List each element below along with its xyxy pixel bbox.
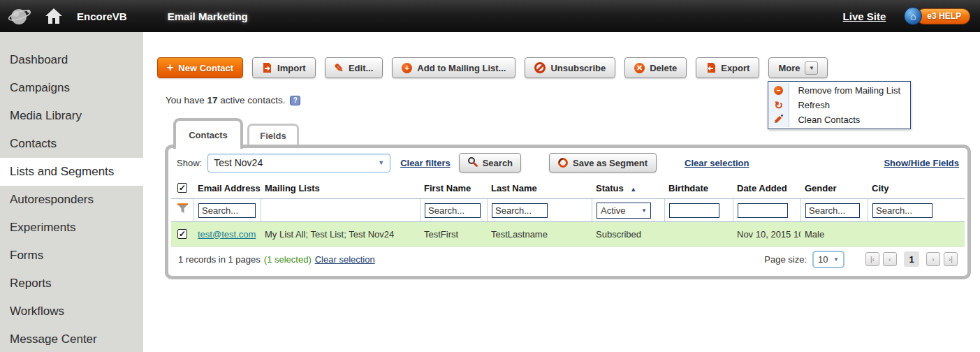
status-filter-dropdown[interactable]: Active ▼ [597, 203, 651, 219]
cell-last-name: TestLastname [487, 229, 592, 240]
summary-text-after: active contacts. [218, 95, 286, 105]
edit-button[interactable]: ✎ Edit... [325, 57, 383, 78]
unsubscribe-button[interactable]: Unsubscribe [525, 57, 615, 78]
show-hide-fields-link[interactable]: Show/Hide Fields [884, 158, 959, 168]
last-page-button[interactable]: ›| [944, 252, 958, 266]
show-list-value: Test Nov24 [214, 157, 263, 168]
column-header-city[interactable]: City [868, 183, 965, 193]
save-as-segment-label: Save as Segment [573, 158, 648, 168]
filter-funnel-cell[interactable] [171, 199, 193, 221]
help-tooltip-icon[interactable]: ? [290, 96, 300, 105]
import-icon [262, 62, 272, 73]
clear-selection-link[interactable]: Clear selection [685, 158, 749, 168]
contact-table-row[interactable]: ✓ test@test.com My List All; Test List; … [171, 222, 965, 247]
row-checkbox[interactable]: ✓ [177, 229, 187, 239]
first-name-filter-input[interactable] [425, 203, 481, 218]
ban-icon [534, 62, 546, 73]
sidebar-item-experiments[interactable]: Experiments [0, 214, 143, 242]
gender-filter-input[interactable] [805, 203, 860, 218]
column-header-mailing-lists[interactable]: Mailing Lists [261, 183, 420, 193]
cell-mailing-lists: My List All; Test List; Test Nov24 [261, 229, 420, 240]
cell-gender: Male [800, 229, 868, 240]
pager-clear-selection-link[interactable]: Clear selection [315, 254, 375, 265]
email-filter-input[interactable] [198, 203, 256, 218]
import-button[interactable]: Import [252, 57, 315, 78]
new-contact-label: New Contact [178, 63, 233, 73]
search-label: Search [483, 158, 513, 168]
sidebar-item-contacts[interactable]: Contacts [0, 130, 143, 158]
save-as-segment-button[interactable]: Save as Segment [549, 153, 657, 173]
sidebar-item-reports[interactable]: Reports [0, 270, 143, 298]
birthdate-filter-input[interactable] [669, 203, 719, 218]
column-header-birthdate[interactable]: Birthdate [664, 183, 733, 193]
pencil-icon: ✎ [335, 61, 344, 75]
active-contacts-count: 17 [207, 95, 218, 105]
page-size-dropdown[interactable]: 10 ▼ [812, 251, 844, 268]
date-added-filter-input[interactable] [738, 203, 788, 218]
chevron-down-icon: ▼ [809, 65, 814, 71]
select-all-checkbox[interactable]: ✓ [177, 183, 187, 193]
more-dropdown-arrow[interactable]: ▼ [805, 61, 818, 75]
more-button[interactable]: More ▼ − Remove from Mailing List ↻ [768, 57, 828, 78]
delete-button[interactable]: ✕ Delete [624, 57, 687, 78]
help-badge[interactable]: ⌂ e3 HELP [904, 7, 970, 25]
menu-item-refresh[interactable]: ↻ Refresh [768, 98, 910, 112]
sidebar-item-autoresponders[interactable]: Autoresponders [0, 186, 143, 214]
clear-filters-link[interactable]: Clear filters [400, 158, 451, 168]
show-list-dropdown[interactable]: Test Nov24 ▼ [207, 154, 390, 173]
topbar-right: Live Site ⌂ e3 HELP [843, 7, 970, 25]
first-page-button[interactable]: |‹ [865, 252, 879, 266]
delete-label: Delete [650, 63, 677, 73]
column-header-last-name[interactable]: Last Name [487, 183, 592, 193]
sidebar-item-lists-and-segments[interactable]: Lists and Segments [0, 158, 143, 186]
plus-icon: + [167, 61, 173, 74]
add-to-mailing-list-button[interactable]: + Add to Mailing List... [392, 57, 515, 78]
cell-first-name: TestFirst [420, 229, 487, 240]
column-header-gender[interactable]: Gender [800, 183, 868, 193]
sidebar-item-media-library[interactable]: Media Library [0, 102, 143, 130]
home-icon[interactable] [38, 7, 70, 25]
contacts-grid: ✓ Email Address Mailing Lists First Name… [171, 177, 965, 272]
section-title[interactable]: Email Marketing [168, 10, 248, 22]
app-window: EncoreVB Email Marketing Live Site ⌂ e3 … [0, 0, 980, 352]
grid-filter-row: Active ▼ [171, 198, 965, 222]
menu-item-remove-from-mailing-list[interactable]: − Remove from Mailing List [768, 83, 910, 98]
current-page-button[interactable]: 1 [904, 251, 919, 267]
planet-logo-icon[interactable] [7, 4, 38, 28]
new-contact-button[interactable]: + New Contact [157, 57, 243, 78]
city-filter-input[interactable] [872, 203, 933, 218]
live-site-link[interactable]: Live Site [843, 10, 886, 22]
search-button[interactable]: Search [459, 153, 521, 173]
column-header-status[interactable]: Status ▲ [592, 183, 664, 193]
sidebar-item-campaigns[interactable]: Campaigns [0, 74, 143, 102]
contact-email-link[interactable]: test@test.com [198, 229, 256, 240]
help-badge-label: e3 HELP [916, 8, 970, 24]
chevron-down-icon: ▼ [833, 256, 839, 263]
pagination-controls: |‹ ‹ 1 › ›| [865, 251, 958, 267]
import-label: Import [277, 63, 305, 73]
tab-contacts[interactable]: Contacts [173, 118, 243, 149]
active-contacts-summary: You have 17 active contacts. ? [166, 95, 300, 105]
export-button[interactable]: Export [696, 57, 759, 78]
chevron-down-icon: ▼ [378, 159, 384, 166]
sidebar-item-message-center[interactable]: Message Center [0, 325, 143, 352]
cell-status: Subscribed [592, 229, 664, 240]
sidebar-item-dashboard[interactable]: Dashboard [0, 46, 143, 74]
menu-item-label: Clean Contacts [789, 112, 860, 127]
column-header-email[interactable]: Email Address [193, 183, 261, 193]
summary-text-before: You have [166, 95, 207, 105]
grid-header-row: ✓ Email Address Mailing Lists First Name… [171, 177, 965, 198]
previous-page-button[interactable]: ‹ [883, 252, 897, 266]
brand-name[interactable]: EncoreVB [77, 10, 127, 22]
next-page-button[interactable]: › [926, 252, 940, 266]
segment-ring-icon [556, 156, 570, 170]
column-header-first-name[interactable]: First Name [420, 183, 487, 193]
sidebar-item-forms[interactable]: Forms [0, 242, 143, 270]
menu-item-clean-contacts[interactable]: Clean Contacts [768, 112, 910, 127]
column-header-date-added[interactable]: Date Added [733, 183, 800, 193]
last-name-filter-input[interactable] [492, 203, 548, 218]
delete-circle-icon: ✕ [634, 63, 645, 73]
tab-fields[interactable]: Fields [247, 124, 299, 146]
sidebar-item-workflows[interactable]: Workflows [0, 298, 143, 325]
sort-ascending-icon: ▲ [630, 186, 636, 193]
